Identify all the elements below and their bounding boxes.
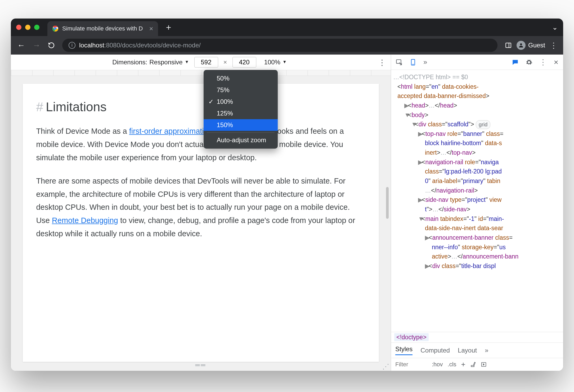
styles-toolbar: :hov .cls + (391, 358, 563, 371)
devtools-menu-icon[interactable]: ⋮ (539, 58, 547, 66)
close-window-button[interactable] (16, 25, 21, 30)
new-tab-button[interactable]: + (166, 22, 171, 33)
tab-styles[interactable]: Styles (395, 345, 412, 355)
browser-window: Simulate mobile devices with D × + ⌄ ← →… (11, 19, 563, 371)
ruler[interactable] (11, 70, 391, 76)
devtools-more-tabs-icon[interactable]: » (423, 58, 427, 66)
content-area: Dimensions: Responsive ▼ × 100%▼ ⋮ 50% 7… (11, 55, 563, 371)
browser-right-controls: Guest ⋮ (505, 41, 557, 50)
forward-button: → (33, 41, 41, 50)
tab-layout[interactable]: Layout (458, 347, 477, 354)
paragraph-1: Think of Device Mode as a first-order ap… (36, 125, 365, 164)
fullscreen-window-button[interactable] (34, 25, 39, 30)
width-input[interactable] (194, 57, 218, 68)
address-bar[interactable]: i localhost:8080/docs/devtools/device-mo… (62, 39, 497, 52)
dimensions-dropdown[interactable]: Dimensions: Responsive ▼ (112, 59, 189, 66)
url: localhost:8080/docs/devtools/device-mode… (79, 42, 201, 49)
cls-button[interactable]: .cls (448, 361, 456, 368)
browser-chrome: Simulate mobile devices with D × + ⌄ ← →… (11, 19, 563, 55)
dock-icon[interactable] (481, 362, 487, 367)
svg-rect-2 (506, 43, 511, 47)
device-mode-pane: Dimensions: Responsive ▼ × 100%▼ ⋮ 50% 7… (11, 55, 391, 371)
breadcrumb[interactable]: <!doctype> (391, 332, 563, 343)
browser-menu-icon[interactable]: ⋮ (550, 41, 557, 50)
chrome-icon (52, 25, 59, 32)
height-input[interactable] (232, 57, 256, 68)
link-remote-debugging[interactable]: Remote Debugging (52, 216, 118, 225)
paragraph-2: There are some aspects of mobile devices… (36, 175, 365, 240)
rendered-page: #Limitations Think of Device Mode as a f… (23, 84, 379, 362)
profile-button[interactable]: Guest (517, 41, 545, 50)
back-button[interactable]: ← (17, 41, 25, 50)
multiply-label: × (223, 59, 227, 66)
zoom-dropdown[interactable]: 100%▼ (262, 57, 289, 67)
new-rule-button[interactable]: + (461, 360, 465, 369)
styles-more-icon[interactable]: » (485, 347, 488, 354)
svg-point-4 (520, 43, 522, 45)
zoom-option-125[interactable]: 125% (204, 108, 278, 119)
minimize-window-button[interactable] (25, 25, 30, 30)
device-toolbar-menu-icon[interactable]: ⋮ (378, 58, 386, 67)
styles-filter-input[interactable] (395, 361, 427, 368)
zoom-option-auto[interactable]: Auto-adjust zoom (204, 134, 278, 146)
viewport-scrollbar[interactable] (386, 187, 389, 219)
tab-strip: Simulate mobile devices with D × + ⌄ (11, 19, 563, 36)
zoom-option-50[interactable]: 50% (204, 73, 278, 84)
devtools-tabstrip: » ⋮ × (391, 55, 563, 70)
brush-icon[interactable] (470, 362, 476, 367)
resize-grip-corner[interactable]: ⋰ (382, 363, 389, 371)
panel-toggle-icon[interactable] (505, 42, 512, 49)
profile-label: Guest (528, 42, 545, 49)
zoom-menu: 50% 75% 100% 125% 150% Auto-adjust zoom (204, 70, 278, 149)
messages-icon[interactable] (512, 59, 519, 66)
devtools-panel: » ⋮ × …<!DOCTYPE html> == $0 <html lang=… (391, 55, 563, 371)
zoom-option-100[interactable]: 100% (204, 96, 278, 108)
reload-button[interactable] (48, 42, 55, 49)
tabs-menu-icon[interactable]: ⌄ (552, 23, 558, 32)
device-viewport: #Limitations Think of Device Mode as a f… (11, 76, 391, 371)
devtools-close-icon[interactable]: × (554, 58, 558, 67)
menu-separator (207, 132, 275, 133)
link-approximation[interactable]: first-order approximation (129, 127, 212, 135)
resize-grip-bottom[interactable]: ══ (195, 362, 206, 368)
tab-title: Simulate mobile devices with D (62, 25, 143, 32)
elements-tree[interactable]: …<!DOCTYPE html> == $0 <html lang="en" d… (391, 70, 563, 332)
browser-tab[interactable]: Simulate mobile devices with D × (47, 21, 158, 36)
styles-tabs: Styles Computed Layout » (391, 343, 563, 358)
info-icon[interactable]: i (69, 42, 75, 49)
zoom-option-75[interactable]: 75% (204, 84, 278, 96)
svg-rect-5 (396, 60, 401, 63)
avatar-icon (517, 41, 526, 50)
zoom-option-150[interactable]: 150% (204, 119, 278, 131)
settings-icon[interactable] (526, 59, 532, 66)
inspect-icon[interactable] (396, 59, 403, 66)
page-heading: #Limitations (36, 100, 365, 114)
tab-computed[interactable]: Computed (420, 347, 450, 354)
hov-button[interactable]: :hov (432, 361, 443, 368)
device-toggle-icon[interactable] (410, 59, 416, 66)
tab-close-icon[interactable]: × (149, 25, 153, 33)
device-toolbar: Dimensions: Responsive ▼ × 100%▼ ⋮ (11, 55, 391, 70)
address-bar-row: ← → i localhost:8080/docs/devtools/devic… (11, 36, 563, 55)
traffic-lights (16, 25, 39, 30)
